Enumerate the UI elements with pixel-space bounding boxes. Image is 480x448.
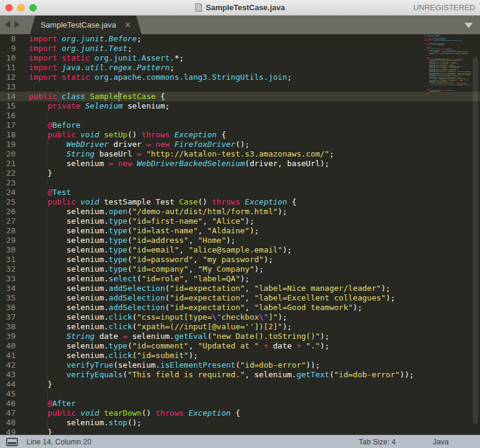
indent-guide: [47, 312, 48, 322]
title-bar[interactable]: SampleTestCase.java UNREGISTERED: [0, 0, 480, 16]
code-line-44[interactable]: 44 }: [0, 380, 480, 389]
language-status[interactable]: Java: [433, 438, 449, 446]
code-text: selenium.addSelection("id=expectation", …: [29, 293, 395, 303]
line-number: 22: [0, 169, 24, 178]
indent-guide: [47, 322, 48, 332]
code-line-41[interactable]: 41 selenium.click("id=submit");: [0, 351, 480, 360]
code-line-37[interactable]: 37 selenium.click("css=input[type=\"chec…: [0, 312, 480, 322]
code-line-29[interactable]: 29 selenium.type("id=address", "Home");: [0, 236, 480, 245]
code-line-23[interactable]: 23: [0, 178, 480, 188]
code-line-14[interactable]: 14public class SampleTestCase {: [0, 92, 480, 101]
code-line-40[interactable]: 40 selenium.type("id=comment", "Updated …: [0, 341, 480, 351]
code-line-36[interactable]: 36 selenium.addSelection("id=expectation…: [0, 303, 480, 312]
minimize-window-button[interactable]: [17, 4, 25, 11]
code-line-22[interactable]: 22 }: [0, 169, 480, 178]
tab-sampletestcase[interactable]: SampleTestCase.java ✕: [30, 16, 142, 34]
indent-guide: [47, 351, 48, 360]
code-line-32[interactable]: 32 selenium.type("id=company", "My Compa…: [0, 264, 480, 274]
code-line-34[interactable]: 34 selenium.addSelection("id=expectation…: [0, 284, 480, 293]
cursor-position-status: Line 14, Column 20: [26, 438, 91, 446]
code-text: verifyTrue(selenium.isElementPresent("id…: [29, 360, 320, 370]
code-line-13[interactable]: 13: [0, 82, 480, 92]
code-text: selenium.type("id=address", "Home");: [29, 236, 235, 245]
next-tab-arrow-icon[interactable]: [14, 21, 20, 28]
line-number: 42: [0, 360, 24, 370]
tab-nav-arrows: [5, 21, 20, 28]
indent-guide: [47, 149, 48, 159]
code-text: selenium.select("id=role", "label=QA");: [29, 274, 250, 284]
code-line-9[interactable]: 9import org.junit.Test;: [0, 44, 480, 53]
line-number: 40: [0, 341, 24, 351]
code-line-30[interactable]: 30 selenium.type("id=email", "alice@samp…: [0, 245, 480, 255]
vertical-scrollbar[interactable]: [473, 57, 478, 424]
code-line-35[interactable]: 35 selenium.addSelection("id=expectation…: [0, 293, 480, 303]
traffic-lights: [5, 4, 37, 11]
code-line-17[interactable]: 17 @Before: [0, 121, 480, 130]
code-line-12[interactable]: 12import static org.apache.commons.lang3…: [0, 73, 480, 82]
code-text: public void testSample Test Case() throw…: [29, 197, 296, 207]
code-line-39[interactable]: 39 String date = selenium.getEval("new D…: [0, 332, 480, 341]
line-number: 43: [0, 370, 24, 380]
code-text: selenium.open("/demo-aut/dist/html/form.…: [29, 207, 287, 217]
status-right-group: Tab Size: 4 Java: [359, 438, 449, 446]
code-line-8[interactable]: 8import org.junit.Before;: [0, 34, 480, 44]
code-line-26[interactable]: 26 selenium.open("/demo-aut/dist/html/fo…: [0, 207, 480, 217]
minimap-content: 8import org.junit.Before;9import org.jun…: [423, 34, 471, 94]
tab-bar: SampleTestCase.java ✕: [0, 16, 480, 34]
code-line-21[interactable]: 21 selenium = new WebDriverBackedSeleniu…: [0, 159, 480, 169]
indent-guide: [47, 245, 48, 255]
code-line-33[interactable]: 33 selenium.select("id=role", "label=QA"…: [0, 274, 480, 284]
close-window-button[interactable]: [5, 4, 13, 11]
tab-close-icon[interactable]: ✕: [124, 20, 131, 29]
status-bar: Line 14, Column 20 Tab Size: 4 Java: [0, 435, 480, 448]
tab-size-status[interactable]: Tab Size: 4: [359, 438, 396, 446]
code-line-16[interactable]: 16: [0, 111, 480, 121]
code-editor[interactable]: 8import org.junit.Before;9import org.jun…: [0, 34, 480, 435]
indent-guide: [47, 236, 48, 245]
code-text: @After: [29, 399, 76, 408]
code-line-43[interactable]: 43 verifyEquals("This field is required.…: [0, 370, 480, 380]
line-number: 31: [0, 255, 24, 264]
code-line-19[interactable]: 19 WebDriver driver = new FirefoxDriver(…: [0, 140, 480, 149]
minimap[interactable]: 8import org.junit.Before;9import org.jun…: [423, 34, 471, 178]
code-line-47[interactable]: 47 public void tearDown() throws Excepti…: [0, 408, 480, 418]
code-line-15[interactable]: 15 private Selenium selenium;: [0, 101, 480, 111]
code-text: import java.util.regex.Pattern;: [29, 63, 175, 73]
line-number: 32: [0, 264, 24, 274]
indent-guide: [47, 178, 48, 188]
indent-guide: [47, 226, 48, 236]
code-line-25[interactable]: 25 public void testSample Test Case() th…: [0, 197, 480, 207]
zoom-window-button[interactable]: [29, 4, 37, 11]
code-text: }: [29, 380, 52, 389]
line-number: 33: [0, 274, 24, 284]
unregistered-badge: UNREGISTERED: [413, 3, 475, 12]
code-line-42[interactable]: 42 verifyTrue(selenium.isElementPresent(…: [0, 360, 480, 370]
tab-list-dropdown-icon[interactable]: [464, 23, 473, 28]
code-text: public void tearDown() throws Exception …: [29, 408, 240, 418]
prev-tab-arrow-icon[interactable]: [5, 21, 10, 28]
code-line-11[interactable]: 11import java.util.regex.Pattern;: [0, 63, 480, 73]
code-line-31[interactable]: 31 selenium.type("id=password", "my pass…: [0, 255, 480, 264]
code-line-27[interactable]: 27 selenium.type("id=first-name", "Alice…: [0, 217, 480, 226]
code-line-24[interactable]: 24 @Test: [0, 188, 480, 197]
code-line-20[interactable]: 20 String baseUrl = "http://katalon-test…: [0, 149, 480, 159]
indent-guide: [47, 418, 48, 428]
code-text: }: [29, 428, 52, 435]
indent-guide: [47, 264, 48, 274]
code-line-18[interactable]: 18 public void setUp() throws Exception …: [0, 130, 480, 140]
code-line-45[interactable]: 45: [0, 389, 480, 399]
window-title-group: SampleTestCase.java: [195, 3, 285, 12]
line-number: 18: [0, 130, 24, 140]
document-icon: [195, 3, 202, 12]
code-line-38[interactable]: 38 selenium.click("xpath=(//input[@value…: [0, 322, 480, 332]
line-number: 19: [0, 140, 24, 149]
code-line-49[interactable]: 49 }: [423, 92, 471, 94]
code-line-10[interactable]: 10import static org.junit.Assert.*;: [0, 53, 480, 63]
code-line-46[interactable]: 46 @After: [0, 399, 480, 408]
line-number: 46: [0, 399, 24, 408]
code-line-28[interactable]: 28 selenium.type("id=last-name", "Aldain…: [0, 226, 480, 236]
console-panel-icon[interactable]: [6, 438, 18, 446]
code-line-49[interactable]: 49 }: [0, 428, 480, 435]
code-line-48[interactable]: 48 selenium.stop();: [0, 418, 480, 428]
indent-guide: [47, 341, 48, 351]
